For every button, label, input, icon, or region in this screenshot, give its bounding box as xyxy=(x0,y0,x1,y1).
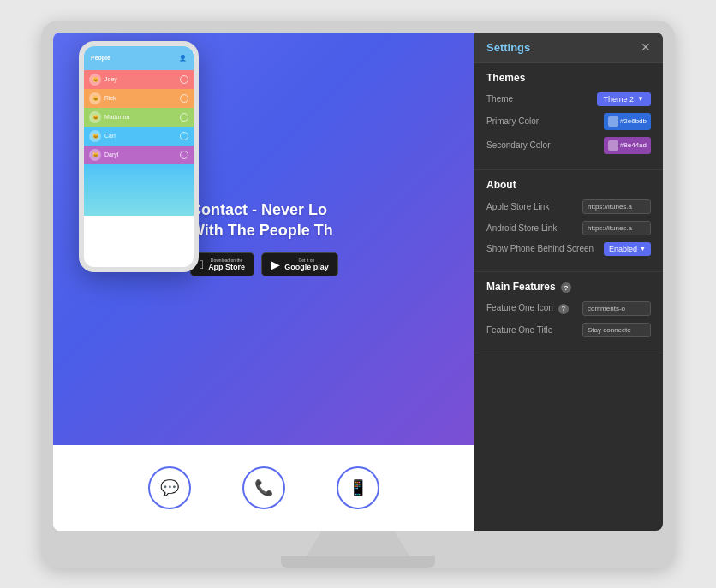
contact-dot-4 xyxy=(180,132,188,140)
settings-title: Settings xyxy=(486,41,530,54)
theme-row: Theme Theme 2 ▼ xyxy=(486,92,651,106)
primary-color-control: #2e6bdb xyxy=(604,113,651,130)
primary-color-square xyxy=(608,116,618,127)
main-features-help-icon[interactable]: ? xyxy=(561,282,571,293)
hero-section: People 👤 😺 Joey 😺 Rick xyxy=(53,33,474,445)
monitor: People 👤 😺 Joey 😺 Rick xyxy=(41,21,675,568)
main-features-label: Main Features ? xyxy=(486,281,651,294)
contact-name-5: Daryl xyxy=(104,151,118,157)
secondary-color-square xyxy=(608,140,618,151)
secondary-color-label: Secondary Color xyxy=(486,140,604,150)
apple-store-label: Apple Store Link xyxy=(486,202,582,211)
show-phone-label: Show Phone Behind Screen xyxy=(486,244,604,253)
dropdown-arrow: ▼ xyxy=(637,95,644,103)
app-content: People 👤 😺 Joey 😺 Rick xyxy=(53,33,474,531)
contact-name-2: Rick xyxy=(104,95,116,101)
feature-mobile-icon: 📱 xyxy=(337,466,379,509)
appstore-button[interactable]:  Download on the App Store xyxy=(190,252,254,276)
secondary-color-row: Secondary Color #8e44ad xyxy=(486,137,651,154)
contact-item-1: 😺 Joey xyxy=(84,70,194,89)
monitor-stand xyxy=(307,531,409,556)
contact-item-3: 😺 Madonna xyxy=(84,108,194,127)
theme-label: Theme xyxy=(486,94,597,104)
theme-value: Theme 2 xyxy=(604,95,635,104)
hero-title: Contact - Never Lo With The People Th xyxy=(190,200,338,241)
feature-one-icon-input[interactable]: comments-o xyxy=(582,301,651,316)
contact-dot-1 xyxy=(180,75,188,84)
appstore-text: Download on the App Store xyxy=(208,258,245,271)
contact-name-1: Joey xyxy=(104,76,117,82)
feature-one-icon-help[interactable]: ? xyxy=(558,304,569,314)
feature-phone-icon: 📞 xyxy=(242,466,285,509)
monitor-screen: People 👤 😺 Joey 😺 Rick xyxy=(53,33,663,531)
contact-icon-1: 😺 xyxy=(89,74,101,86)
feature-chat-icon: 💬 xyxy=(148,466,191,509)
settings-panel: Settings ✕ Themes Theme Theme 2 ▼ Pri xyxy=(474,33,663,531)
show-phone-toggle[interactable]: Enabled ▼ xyxy=(604,242,651,256)
contact-dot-2 xyxy=(180,94,188,103)
googleplay-text: Get it on Google play xyxy=(284,258,329,271)
main-features-section: Main Features ? Feature One Icon ? comme… xyxy=(474,272,663,354)
theme-control: Theme 2 ▼ xyxy=(597,92,651,106)
settings-header: Settings ✕ xyxy=(474,33,663,63)
feature-one-title-row: Feature One Title Stay connecte xyxy=(486,323,651,337)
android-store-input[interactable]: https://itunes.a xyxy=(582,221,651,235)
contact-icon-5: 😺 xyxy=(89,149,101,161)
phone-top-bar: People 👤 xyxy=(84,46,194,70)
googleplay-button[interactable]: ▶ Get it on Google play xyxy=(261,252,338,276)
contact-name-4: Carl xyxy=(104,133,116,139)
feature-one-icon-label: Feature One Icon ? xyxy=(486,303,582,314)
primary-color-label: Primary Color xyxy=(486,116,604,126)
phone-person-icon: 👤 xyxy=(179,55,187,62)
feature-one-title-input[interactable]: Stay connecte xyxy=(582,323,651,337)
contact-item-2: 😺 Rick xyxy=(84,89,194,108)
secondary-color-value: #8e44ad xyxy=(620,141,647,149)
hero-title-line2: With The People Th xyxy=(190,222,333,239)
contact-name-3: Madonna xyxy=(104,114,129,120)
about-section: About Apple Store Link https://itunes.a … xyxy=(474,170,663,272)
phone-header-label: People xyxy=(91,55,110,61)
feature-one-title-label: Feature One Title xyxy=(486,325,582,335)
contact-item-5: 😺 Daryl xyxy=(84,146,194,164)
secondary-color-control: #8e44ad xyxy=(604,137,651,154)
google-icon: ▶ xyxy=(271,258,280,271)
contact-icon-2: 😺 xyxy=(89,92,101,104)
feature-one-icon-row: Feature One Icon ? comments-o xyxy=(486,301,651,316)
store-buttons:  Download on the App Store ▶ Get it on … xyxy=(190,252,338,276)
android-store-label: Android Store Link xyxy=(486,223,582,233)
android-store-row: Android Store Link https://itunes.a xyxy=(486,221,651,235)
contact-icon-3: 😺 xyxy=(89,111,101,123)
themes-label: Themes xyxy=(486,72,651,84)
about-label: About xyxy=(486,179,651,191)
contact-icon-4: 😺 xyxy=(89,130,101,142)
phone-mockup: People 👤 😺 Joey 😺 Rick xyxy=(79,41,199,272)
apple-store-input[interactable]: https://itunes.a xyxy=(582,199,651,214)
phone-bottom xyxy=(84,164,194,216)
contact-item-4: 😺 Carl xyxy=(84,127,194,146)
apple-store-row: Apple Store Link https://itunes.a xyxy=(486,199,651,214)
secondary-color-swatch[interactable]: #8e44ad xyxy=(604,137,651,154)
features-section: 💬 📞 📱 xyxy=(53,445,474,531)
show-phone-control: Enabled ▼ xyxy=(604,242,651,256)
contact-dot-5 xyxy=(180,151,188,159)
primary-color-row: Primary Color #2e6bdb xyxy=(486,113,651,130)
apple-icon:  xyxy=(200,258,204,271)
themes-section: Themes Theme Theme 2 ▼ Primary Color xyxy=(474,63,663,170)
theme-dropdown[interactable]: Theme 2 ▼ xyxy=(597,92,651,106)
close-button[interactable]: ✕ xyxy=(641,41,651,53)
contact-dot-3 xyxy=(180,113,188,122)
primary-color-swatch[interactable]: #2e6bdb xyxy=(604,113,651,130)
show-phone-value: Enabled xyxy=(609,245,637,253)
hero-title-line1: Contact - Never Lo xyxy=(190,201,327,218)
enabled-arrow: ▼ xyxy=(640,246,646,252)
hero-text: Contact - Never Lo With The People Th  … xyxy=(190,200,338,276)
primary-color-value: #2e6bdb xyxy=(620,117,647,125)
show-phone-row: Show Phone Behind Screen Enabled ▼ xyxy=(486,242,651,256)
monitor-base xyxy=(281,556,435,568)
